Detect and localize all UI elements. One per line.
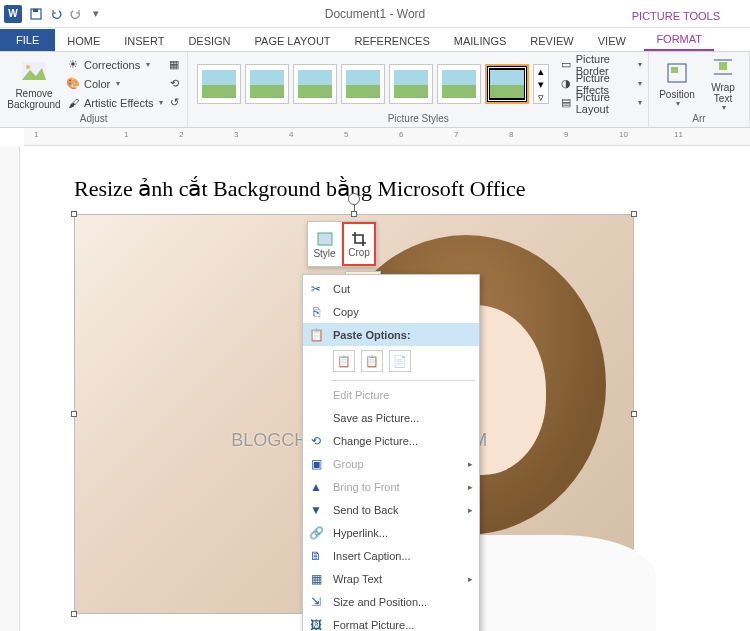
ctx-copy[interactable]: ⎘Copy (303, 300, 479, 323)
redo-icon[interactable] (66, 4, 86, 24)
ctx-cut[interactable]: ✂Cut (303, 277, 479, 300)
ctx-change-picture[interactable]: ⟲Change Picture... (303, 429, 479, 452)
mini-style-button[interactable]: Style (308, 222, 342, 266)
bring-front-icon: ▲ (307, 479, 325, 495)
ctx-hyperlink[interactable]: 🔗Hyperlink... (303, 521, 479, 544)
change-pic-button[interactable]: ⟲ (167, 75, 181, 93)
picture-effects-icon: ◑ (560, 77, 571, 91)
save-icon[interactable] (26, 4, 46, 24)
color-icon: 🎨 (66, 77, 80, 91)
copy-icon: ⎘ (307, 304, 325, 320)
paste-option-1[interactable]: 📋 (333, 350, 355, 372)
send-back-icon: ▼ (307, 502, 325, 518)
crop-icon (351, 231, 367, 247)
document-title: Document1 - Word (325, 7, 425, 21)
caption-icon: 🗎 (307, 548, 325, 564)
rotate-handle[interactable] (348, 193, 360, 205)
resize-handle[interactable] (71, 211, 77, 217)
ctx-save-as-picture[interactable]: Save as Picture... (303, 406, 479, 429)
corrections-button[interactable]: ☀Corrections▾ (66, 56, 163, 74)
artistic-icon: 🖌 (66, 96, 80, 110)
hyperlink-icon: 🔗 (307, 525, 325, 541)
paste-option-3[interactable]: 📄 (389, 350, 411, 372)
context-menu: ✂Cut ⎘Copy 📋Paste Options: 📋 📋 📄 Edit Pi… (302, 274, 480, 631)
resize-handle[interactable] (351, 211, 357, 217)
compress-button[interactable]: ▦ (167, 56, 181, 74)
wrap-text-button[interactable]: Wrap Text▾ (703, 55, 743, 113)
mini-toolbar: Style Crop (307, 221, 377, 267)
resize-handle[interactable] (631, 211, 637, 217)
qat-customize-icon[interactable]: ▾ (86, 4, 106, 24)
tab-view[interactable]: VIEW (586, 31, 638, 51)
svg-rect-9 (318, 233, 332, 245)
size-position-icon: ⇲ (307, 594, 325, 610)
style-thumb[interactable] (341, 64, 385, 104)
picture-layout-icon: ▤ (560, 96, 571, 110)
tab-insert[interactable]: INSERT (112, 31, 176, 51)
style-thumb[interactable] (245, 64, 289, 104)
ctx-edit-picture: Edit Picture (303, 383, 479, 406)
ribbon-tabs: FILE HOME INSERT DESIGN PAGE LAYOUT REFE… (0, 28, 750, 52)
ctx-paste-options[interactable]: 📋Paste Options: (303, 323, 479, 346)
style-thumb[interactable] (389, 64, 433, 104)
ctx-send-back[interactable]: ▼Send to Back▸ (303, 498, 479, 521)
ctx-format-picture[interactable]: 🖼Format Picture... (303, 613, 479, 631)
contextual-tab-title: PICTURE TOOLS (622, 6, 730, 22)
group-arrange: Position▾ Wrap Text▾ Arr (649, 52, 750, 127)
vertical-ruler[interactable] (0, 146, 20, 631)
tab-home[interactable]: HOME (55, 31, 112, 51)
ctx-size-position[interactable]: ⇲Size and Position... (303, 590, 479, 613)
picture-layout-button[interactable]: ▤Picture Layout▾ (560, 94, 642, 112)
tab-file[interactable]: FILE (0, 29, 55, 51)
group-arrange-label: Arr (655, 113, 743, 125)
word-app-icon: W (4, 5, 22, 23)
ribbon: Remove Background ☀Corrections▾ 🎨Color▾ … (0, 52, 750, 128)
change-picture-icon: ⟲ (307, 433, 325, 449)
artistic-effects-button[interactable]: 🖌Artistic Effects▾ (66, 94, 163, 112)
svg-rect-5 (671, 67, 678, 73)
group-picture-styles: ▴▾▿ ▭Picture Border▾ ◑Picture Effects▾ ▤… (188, 52, 649, 127)
style-thumb[interactable] (293, 64, 337, 104)
ctx-group: ▣Group▸ (303, 452, 479, 475)
svg-rect-1 (33, 9, 38, 12)
picture-style-gallery[interactable]: ▴▾▿ (194, 61, 552, 107)
undo-icon[interactable] (46, 4, 66, 24)
page[interactable]: Resize ảnh cắt Background bằng Microsoft… (44, 146, 664, 631)
ctx-insert-caption[interactable]: 🗎Insert Caption... (303, 544, 479, 567)
style-thumb[interactable] (197, 64, 241, 104)
remove-background-label: Remove Background (6, 88, 62, 110)
style-thumb-selected[interactable] (485, 64, 529, 104)
wrap-text-icon: ▦ (307, 571, 325, 587)
title-bar: W ▾ Document1 - Word PICTURE TOOLS (0, 0, 750, 28)
horizontal-ruler[interactable]: 1 12 34 56 78 910 11 (24, 128, 750, 146)
color-button[interactable]: 🎨Color▾ (66, 75, 163, 93)
remove-background-button[interactable]: Remove Background (6, 55, 62, 113)
reset-pic-button[interactable]: ↺ (167, 94, 181, 112)
tab-page-layout[interactable]: PAGE LAYOUT (243, 31, 343, 51)
gallery-more-icon[interactable]: ▴▾▿ (533, 64, 549, 104)
resize-handle[interactable] (71, 611, 77, 617)
document-area[interactable]: Resize ảnh cắt Background bằng Microsoft… (0, 146, 750, 631)
paste-icon: 📋 (307, 327, 325, 343)
tab-mailings[interactable]: MAILINGS (442, 31, 519, 51)
ctx-wrap-text[interactable]: ▦Wrap Text▸ (303, 567, 479, 590)
resize-handle[interactable] (631, 411, 637, 417)
paste-option-2[interactable]: 📋 (361, 350, 383, 372)
position-icon (663, 59, 691, 87)
tab-review[interactable]: REVIEW (518, 31, 585, 51)
selected-picture[interactable]: BLOGCHIASEKIENTHUC.COM Style Crop Crop ✂… (74, 214, 634, 614)
style-thumb[interactable] (437, 64, 481, 104)
tab-format[interactable]: FORMAT (644, 29, 714, 51)
wrap-text-icon (709, 55, 737, 80)
tab-design[interactable]: DESIGN (176, 31, 242, 51)
corrections-icon: ☀ (66, 58, 80, 72)
mini-crop-button[interactable]: Crop (342, 222, 376, 266)
compress-icon: ▦ (167, 58, 181, 72)
svg-point-3 (26, 65, 30, 69)
group-styles-label: Picture Styles (194, 113, 642, 125)
resize-handle[interactable] (71, 411, 77, 417)
tab-references[interactable]: REFERENCES (343, 31, 442, 51)
mini-style-icon (316, 230, 334, 248)
position-button[interactable]: Position▾ (655, 55, 699, 113)
remove-background-icon (20, 58, 48, 86)
